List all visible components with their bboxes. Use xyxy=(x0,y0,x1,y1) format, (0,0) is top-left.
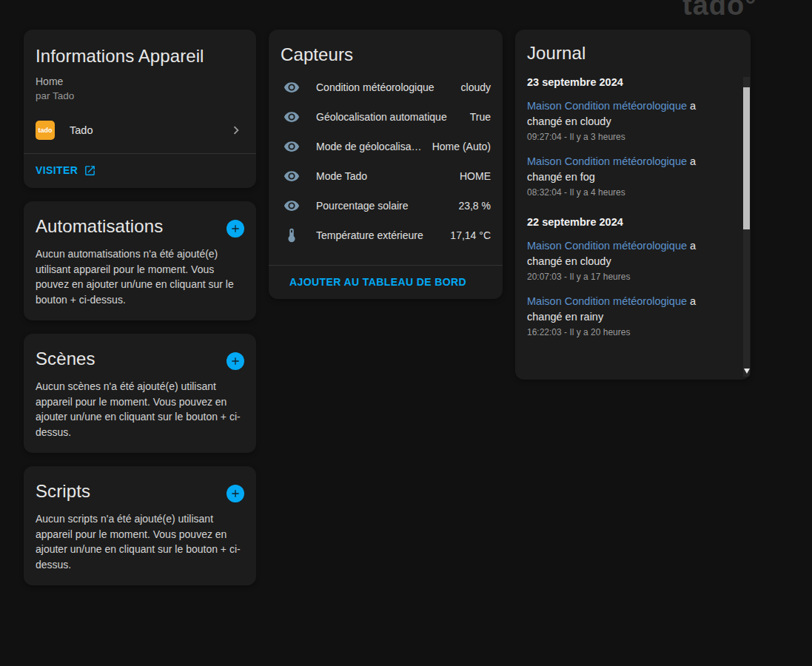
scenes-header: Scènes xyxy=(36,349,244,370)
entity-link[interactable]: Maison Condition météorologique xyxy=(527,240,687,252)
journal-entry: Maison Condition météorologique a changé… xyxy=(515,94,739,149)
sensors-title: Capteurs xyxy=(269,44,503,65)
sensor-list: Condition météorologique cloudy Géolocal… xyxy=(269,73,503,250)
eye-icon xyxy=(283,109,300,125)
journal-entry-time: 16:22:03 - Il y a 20 heures xyxy=(527,327,727,337)
eye-icon xyxy=(283,79,300,95)
sensor-value: True xyxy=(470,111,491,123)
tado-brand-logo: tado° xyxy=(682,0,756,21)
journal-date-header: 22 septembre 2024 xyxy=(515,205,739,234)
device-info-title: Informations Appareil xyxy=(24,30,256,67)
sensor-value: HOME xyxy=(460,170,491,182)
automations-title: Automatisations xyxy=(36,216,163,237)
sensor-label: Température extérieure xyxy=(316,229,441,241)
entity-link[interactable]: Maison Condition météorologique xyxy=(527,100,687,112)
sensor-row[interactable]: Géolocalisation automatique True xyxy=(269,102,503,132)
columns: Informations Appareil Home par Tado tado… xyxy=(24,30,751,585)
journal-entry-message: Maison Condition météorologique a changé… xyxy=(527,238,727,269)
scroll-down-arrow-icon[interactable] xyxy=(743,369,750,375)
journal-entry-time: 08:32:04 - Il y a 4 heures xyxy=(527,187,727,198)
journal-entry: Maison Condition météorologique a changé… xyxy=(515,149,739,205)
sensor-value: cloudy xyxy=(461,81,491,93)
sensor-label: Géolocalisation automatique xyxy=(316,111,461,123)
scripts-header: Scripts xyxy=(36,481,244,502)
add-script-button[interactable] xyxy=(227,485,244,502)
right-column: Journal 23 septembre 2024 Maison Conditi… xyxy=(515,30,751,380)
automations-card: Automatisations Aucun automatisations n'… xyxy=(24,201,256,320)
scenes-card: Scènes Aucun scènes n'a été ajouté(e) ut… xyxy=(24,334,256,453)
eye-icon xyxy=(283,198,300,214)
sensor-value: 17,14 °C xyxy=(450,229,491,241)
sensor-label: Condition météorologique xyxy=(316,81,452,93)
thermometer-icon xyxy=(283,227,300,243)
sensor-label: Pourcentage solaire xyxy=(316,200,449,212)
journal-entry-time: 09:27:04 - Il y a 3 heures xyxy=(527,132,727,142)
device-info-card: Informations Appareil Home par Tado tado… xyxy=(24,30,256,188)
scripts-empty-text: Aucun scripts n'a été ajouté(e) utilisan… xyxy=(36,511,244,572)
left-column: Informations Appareil Home par Tado tado… xyxy=(24,30,256,585)
journal-scrollbar-thumb[interactable] xyxy=(743,87,750,229)
journal-list: 23 septembre 2024 Maison Condition météo… xyxy=(515,65,751,345)
journal-entry-message: Maison Condition météorologique a changé… xyxy=(527,294,727,325)
journal-entry: Maison Condition météorologique a changé… xyxy=(515,234,739,289)
eye-icon xyxy=(283,168,300,184)
automations-empty-text: Aucun automatisations n'a été ajouté(e) … xyxy=(36,246,244,307)
journal-entry-time: 20:07:03 - Il y a 17 heures xyxy=(527,272,727,282)
scenes-title: Scènes xyxy=(36,349,95,369)
add-automation-button[interactable] xyxy=(227,220,244,238)
middle-column: Capteurs Condition météorologique cloudy… xyxy=(269,30,503,299)
journal-scrollbar[interactable] xyxy=(743,77,750,377)
journal-entry-message: Maison Condition météorologique a changé… xyxy=(527,154,727,185)
journal-date-header: 23 septembre 2024 xyxy=(515,65,739,94)
scripts-card: Scripts Aucun scripts n'a été ajouté(e) … xyxy=(24,466,256,585)
plus-icon xyxy=(229,223,241,235)
sensor-row[interactable]: Mode Tado HOME xyxy=(269,161,503,191)
journal-entry-message: Maison Condition météorologique a changé… xyxy=(527,98,727,130)
device-card-actions: VISITER xyxy=(24,154,256,186)
plus-icon xyxy=(229,488,241,500)
device-name: Home xyxy=(24,67,256,87)
entity-link[interactable]: Maison Condition météorologique xyxy=(527,155,687,167)
sensor-row[interactable]: Mode de géolocalisat… Home (Auto) xyxy=(269,132,503,161)
sensor-value: 23,8 % xyxy=(458,200,491,212)
eye-icon xyxy=(283,138,300,155)
automations-header: Automatisations xyxy=(36,216,244,238)
visit-label: VISITER xyxy=(36,164,78,176)
add-scene-button[interactable] xyxy=(227,352,244,370)
integration-name: Tado xyxy=(70,124,93,136)
visit-button[interactable]: VISITER xyxy=(36,164,96,177)
sensor-value: Home (Auto) xyxy=(432,141,491,152)
sensor-label: Mode de géolocalisat… xyxy=(316,141,423,152)
sensors-card: Capteurs Condition météorologique cloudy… xyxy=(269,30,503,299)
add-to-dashboard-button[interactable]: AJOUTER AU TABLEAU DE BORD xyxy=(289,276,466,288)
sensor-label: Mode Tado xyxy=(316,170,451,182)
integration-row[interactable]: tado Tado xyxy=(24,115,256,146)
sensor-row[interactable]: Pourcentage solaire 23,8 % xyxy=(269,191,503,221)
sensor-row[interactable]: Condition météorologique cloudy xyxy=(269,73,503,102)
plus-icon xyxy=(229,355,241,367)
journal-card: Journal 23 septembre 2024 Maison Conditi… xyxy=(515,30,751,380)
entity-link[interactable]: Maison Condition météorologique xyxy=(527,295,687,307)
device-manufacturer: par Tado xyxy=(24,87,256,101)
sensor-row[interactable]: Température extérieure 17,14 °C xyxy=(269,221,503,250)
chevron-right-icon xyxy=(228,122,244,138)
scripts-title: Scripts xyxy=(36,481,90,502)
journal-title: Journal xyxy=(515,43,751,64)
journal-entry: Maison Condition météorologique a changé… xyxy=(515,289,739,345)
open-in-new-icon xyxy=(84,164,96,177)
sensors-card-actions: AJOUTER AU TABLEAU DE BORD xyxy=(269,266,503,299)
page: tado° Informations Appareil Home par Tad… xyxy=(0,0,812,666)
scenes-empty-text: Aucun scènes n'a été ajouté(e) utilisant… xyxy=(36,379,244,440)
add-to-dashboard-label: AJOUTER AU TABLEAU DE BORD xyxy=(289,276,466,288)
tado-integration-icon: tado xyxy=(36,121,55,140)
